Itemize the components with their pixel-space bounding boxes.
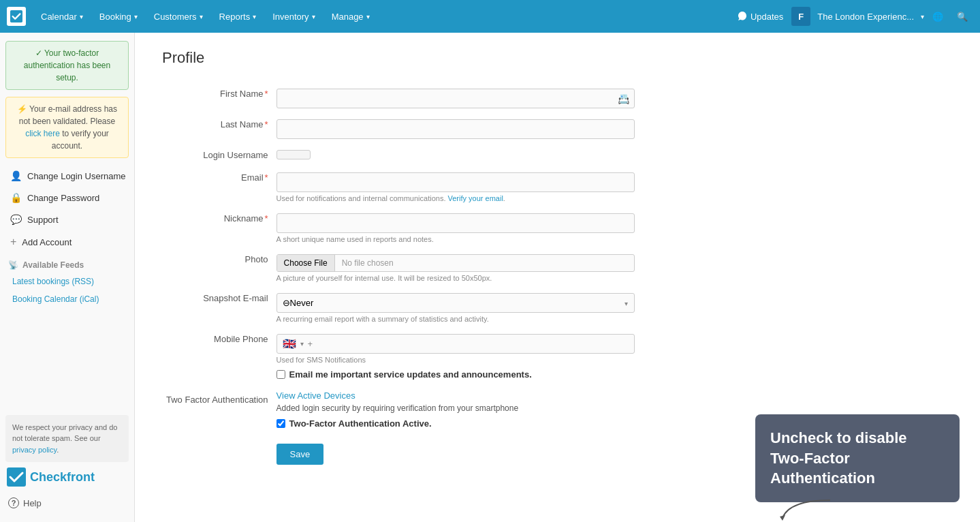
- two-fa-checkbox[interactable]: [276, 419, 285, 428]
- brand-section: Checkfront: [0, 462, 134, 492]
- chevron-down-icon: ▾: [200, 13, 203, 20]
- nav-calendar[interactable]: Calendar ▾: [33, 0, 91, 33]
- nickname-hint: A short unique name used in reports and …: [276, 235, 635, 243]
- first-name-input[interactable]: [276, 89, 635, 108]
- svg-marker-2: [780, 515, 785, 521]
- snapshot-email-select[interactable]: ⊖Never Daily Weekly: [276, 293, 635, 313]
- feed-latest-bookings[interactable]: Latest bookings (RSS): [0, 273, 134, 290]
- photo-hint: A picture of yourself for internal use. …: [276, 274, 635, 282]
- login-username-label: Login Username: [162, 144, 272, 167]
- email-updates-label: Email me important service updates and a…: [289, 369, 532, 380]
- chat-icon: 💬: [10, 214, 22, 225]
- user-icon: 👤: [10, 170, 22, 181]
- feeds-section-header: 📡 Available Feeds: [0, 254, 134, 273]
- email-updates-checkbox[interactable]: [276, 370, 285, 379]
- feed-booking-calendar[interactable]: Booking Calendar (iCal): [0, 290, 134, 308]
- view-active-devices-link[interactable]: View Active Devices: [276, 390, 635, 401]
- chevron-down-icon: ▾: [253, 13, 256, 20]
- snapshot-hint: A recurring email report with a summary …: [276, 315, 635, 323]
- verify-email-link[interactable]: click here: [25, 129, 60, 138]
- phone-add-icon[interactable]: +: [308, 339, 313, 349]
- callout-arrow-icon: [776, 497, 837, 521]
- profile-form: First Name* 📇 Last Name*: [162, 83, 639, 470]
- email-label: Email*: [162, 167, 272, 208]
- chevron-down-icon: ▾: [921, 13, 924, 20]
- chevron-down-icon: ▾: [366, 13, 370, 20]
- nickname-label: Nickname*: [162, 208, 272, 249]
- verify-email-hint-link[interactable]: Verify your email: [448, 194, 503, 202]
- two-fa-checkbox-label: Two-Factor Authentication Active.: [289, 418, 432, 429]
- nav-booking[interactable]: Booking ▾: [91, 0, 146, 33]
- chevron-down-icon: ▾: [134, 13, 138, 20]
- contact-card-icon: 📇: [618, 93, 629, 104]
- email-validation-alert: ⚡ Your e-mail address has not been valid…: [5, 97, 129, 158]
- help-icon: ?: [8, 497, 19, 508]
- nav-reports[interactable]: Reports ▾: [211, 0, 265, 33]
- top-navigation: Calendar ▾ Booking ▾ Customers ▾ Reports…: [0, 0, 980, 33]
- brand-name: Checkfront: [30, 470, 95, 485]
- snapshot-email-label: Snapshot E-mail: [162, 288, 272, 328]
- last-name-label: Last Name*: [162, 114, 272, 144]
- choose-file-button[interactable]: Choose File: [277, 255, 335, 271]
- privacy-notice: We respect your privacy and do not toler…: [5, 415, 129, 463]
- nickname-input[interactable]: [276, 213, 635, 233]
- chevron-down-icon: ▾: [80, 13, 83, 20]
- first-name-label: First Name*: [162, 83, 272, 114]
- email-updates-row: Email me important service updates and a…: [276, 369, 635, 380]
- sidebar: ✓ Your two-factor authentication has bee…: [0, 33, 135, 522]
- plus-icon: +: [10, 236, 16, 248]
- nav-customers[interactable]: Customers ▾: [146, 0, 211, 33]
- two-fa-field: View Active Devices Added login security…: [276, 390, 635, 429]
- app-logo[interactable]: [7, 7, 26, 26]
- globe-icon[interactable]: 🌐: [927, 5, 949, 27]
- email-hint: Used for notifications and internal comm…: [276, 194, 635, 202]
- phone-country-dropdown[interactable]: ▾: [300, 340, 304, 348]
- sidebar-item-help[interactable]: ? Help: [0, 492, 134, 514]
- sidebar-item-support[interactable]: 💬 Support: [0, 209, 134, 230]
- sidebar-item-change-password[interactable]: 🔒 Change Password: [0, 187, 134, 209]
- login-username-value: [276, 150, 311, 159]
- sidebar-item-add-account[interactable]: + Add Account: [0, 230, 134, 254]
- updates-button[interactable]: Updates: [731, 11, 789, 22]
- search-icon[interactable]: 🔍: [951, 5, 973, 27]
- rss-icon: 📡: [8, 260, 18, 270]
- last-name-input[interactable]: [276, 119, 635, 139]
- two-fa-hint: Added login security by requiring verifi…: [276, 403, 635, 413]
- two-fa-success-alert: ✓ Your two-factor authentication has bee…: [5, 41, 129, 90]
- phone-input-wrap: 🇬🇧 ▾ +: [276, 334, 635, 354]
- lock-icon: 🔒: [10, 192, 22, 203]
- file-no-chosen-label: No file chosen: [335, 255, 400, 271]
- two-fa-label: Two Factor Authentication: [162, 385, 272, 434]
- mobile-hint: Used for SMS Notifications: [276, 356, 635, 364]
- nav-inventory[interactable]: Inventory ▾: [264, 0, 323, 33]
- company-name[interactable]: The London Experienc...: [813, 12, 918, 22]
- sidebar-item-change-login[interactable]: 👤 Change Login Username: [0, 165, 134, 187]
- page-title: Profile: [162, 49, 953, 67]
- main-content: Profile First Name* 📇: [135, 33, 980, 522]
- file-input-wrap: Choose File No file chosen: [276, 254, 635, 272]
- privacy-policy-link[interactable]: privacy policy: [12, 446, 57, 454]
- topnav-right-section: Updates F The London Experienc... ▾ 🌐 🔍: [731, 5, 973, 27]
- two-fa-callout: Uncheck to disable Two-Factor Authentica…: [755, 414, 960, 502]
- chevron-down-icon: ▾: [312, 13, 315, 20]
- mobile-phone-label: Mobile Phone: [162, 328, 272, 385]
- photo-label: Photo: [162, 249, 272, 288]
- nav-manage[interactable]: Manage ▾: [323, 0, 378, 33]
- user-avatar[interactable]: F: [791, 7, 810, 26]
- save-button[interactable]: Save: [276, 444, 324, 465]
- checkfront-logo-icon: [7, 467, 26, 487]
- email-input[interactable]: [276, 172, 635, 192]
- two-fa-checkbox-row: Two-Factor Authentication Active.: [276, 418, 635, 429]
- flag-icon: 🇬🇧: [283, 337, 296, 350]
